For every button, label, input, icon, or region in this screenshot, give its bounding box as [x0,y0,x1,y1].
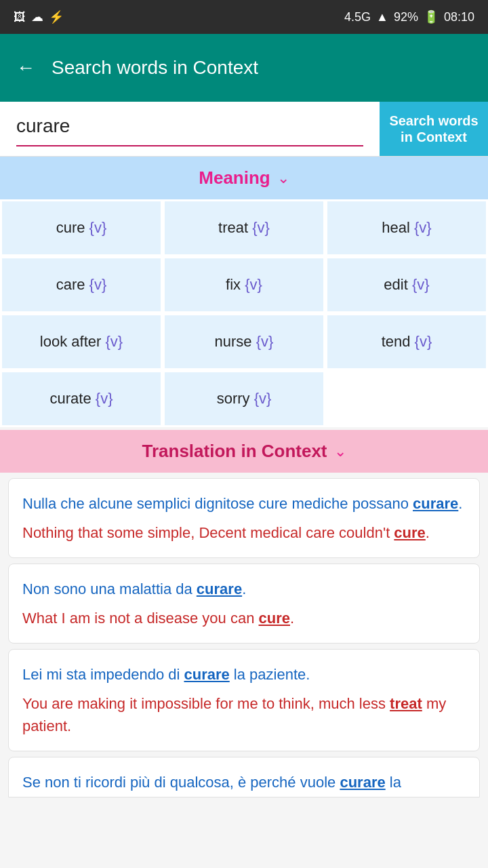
word-cell-look-after[interactable]: look after {v} [0,313,163,370]
bolt-icon: ⚡ [49,9,64,24]
context-card-2: Non sono una malattia da curare. What I … [8,564,480,644]
translation-chevron-icon: ⌄ [334,443,346,460]
word-cell-tend[interactable]: tend {v} [325,313,488,370]
context-card-3-italian: Lei mi sta impedendo di curare la pazien… [22,663,466,686]
search-context-button[interactable]: Search words in Context [380,102,488,156]
context-card-1: Nulla che alcune semplici dignitose cure… [8,478,480,558]
verb-tag-look-after: {v} [105,333,123,350]
word-cell-cure[interactable]: cure {v} [0,199,163,256]
context-card-3-italian-highlight: curare [184,666,229,683]
word-cell-empty [325,370,488,427]
word-cell-care[interactable]: care {v} [0,256,163,313]
verb-tag-cure: {v} [89,219,107,236]
context-card-2-italian-highlight: curare [197,580,242,597]
status-left-icons: 🖼 ☁ ⚡ [14,9,64,24]
verb-tag-sorry: {v} [254,390,272,407]
battery-icon: 🔋 [424,9,439,24]
meaning-chevron-icon: ⌄ [277,170,289,187]
word-cell-sorry[interactable]: sorry {v} [163,370,325,427]
context-card-3-english-highlight: treat [390,695,422,712]
context-card-3-english: You are making it impossible for me to t… [22,692,466,737]
status-bar: 🖼 ☁ ⚡ 4.5G ▲ 92% 🔋 08:10 [0,0,488,34]
verb-tag-edit: {v} [412,276,430,293]
word-cell-curate[interactable]: curate {v} [0,370,163,427]
context-card-2-english-highlight: cure [259,610,290,627]
verb-tag-curate: {v} [96,390,113,407]
battery-percent: 92% [394,10,418,24]
word-cell-nurse[interactable]: nurse {v} [163,313,325,370]
translation-header[interactable]: Translation in Context ⌄ [0,430,488,473]
context-card-4-partial: Se non ti ricordi più di qualcosa, è per… [8,757,480,797]
verb-tag-care: {v} [89,276,107,293]
search-row: Search words in Context [0,102,488,157]
sync-icon: ☁ [31,9,43,24]
context-card-3: Lei mi sta impedendo di curare la pazien… [8,649,480,751]
gallery-icon: 🖼 [14,10,26,24]
verb-tag-treat: {v} [252,219,270,236]
word-cell-edit[interactable]: edit {v} [325,256,488,313]
clock: 08:10 [444,10,474,24]
verb-tag-tend: {v} [415,333,432,350]
context-card-2-english: What I am is not a disease you can cure. [22,607,466,629]
translation-label: Translation in Context [142,441,327,462]
context-card-1-italian-highlight: curare [413,495,458,512]
context-card-1-english: Nothing that some simple, Decent medical… [22,521,466,544]
app-bar-title: Search words in Context [52,57,258,79]
verb-tag-fix: {v} [245,276,262,293]
verb-tag-heal: {v} [414,219,432,236]
search-input-wrap [0,102,380,156]
network-indicator: 4.5G [344,10,371,24]
context-card-4-italian-partial: Se non ti ricordi più di qualcosa, è per… [22,771,466,797]
search-context-label: Search words in Context [388,113,480,145]
meaning-label: Meaning [199,167,270,189]
search-input[interactable] [16,115,363,146]
app-bar: ← Search words in Context [0,34,488,102]
context-card-1-italian: Nulla che alcune semplici dignitose cure… [22,492,466,515]
context-card-1-english-highlight: cure [394,524,425,541]
word-grid: cure {v} treat {v} heal {v} care {v} fix… [0,199,488,427]
context-card-2-italian: Non sono una malattia da curare. [22,578,466,600]
signal-icon: ▲ [376,10,388,24]
meaning-header[interactable]: Meaning ⌄ [0,157,488,199]
word-cell-treat[interactable]: treat {v} [163,199,325,256]
verb-tag-nurse: {v} [256,333,274,350]
word-cell-heal[interactable]: heal {v} [325,199,488,256]
context-cards: Nulla che alcune semplici dignitose cure… [0,473,488,803]
word-cell-fix[interactable]: fix {v} [163,256,325,313]
back-button[interactable]: ← [16,57,35,79]
status-right: 4.5G ▲ 92% 🔋 08:10 [344,9,474,24]
